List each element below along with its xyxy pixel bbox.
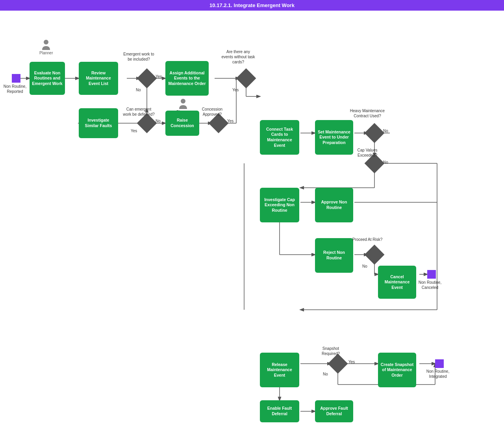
no5-label: No — [362, 264, 367, 268]
concession-approved-label: Concession Approved? — [198, 107, 226, 117]
release-event-box[interactable]: Release Maintenance Event — [260, 353, 299, 387]
raise-concession-box[interactable]: Raise Concession — [165, 111, 199, 136]
set-maintenance-box[interactable]: Set Maintenance Event to Under Preparati… — [315, 120, 353, 155]
start-terminal — [12, 74, 20, 83]
title-bar: 10.17.2.1. Integrate Emergent Work — [0, 0, 504, 11]
heavy-contract-label: Heavy Maintenance Contract Used? — [350, 108, 385, 118]
approve-nr-box[interactable]: Approve Non Routine — [315, 188, 353, 222]
no6-label: No — [323, 372, 328, 376]
diagram-svg — [0, 11, 504, 428]
yes3-label: Yes — [227, 119, 233, 123]
heavy-contract-diamond — [365, 123, 385, 143]
no1-label: No — [136, 88, 141, 92]
planner1-icon: Planner — [39, 39, 53, 55]
emergent-deferred-label: Can emergent work be deferred? — [122, 107, 156, 117]
evaluate-box[interactable]: Evaluate Non Routines and Emergent Work — [30, 62, 65, 95]
investigate-cap-box[interactable]: Investigate Cap Exceeding Non Routine — [260, 188, 299, 222]
emergent-include-diamond — [137, 68, 157, 89]
diagram-area: Non Routine, Reported Planner Evaluate N… — [0, 11, 504, 428]
planner1-label: Planner — [39, 51, 53, 55]
no3-label: No — [383, 129, 388, 133]
reject-nr-box[interactable]: Reject Non Routine — [315, 238, 353, 273]
page-wrapper: 10.17.2.1. Integrate Emergent Work — [0, 0, 504, 429]
no4-label: No — [383, 160, 388, 165]
cap-exceeded-label: Cap Values Exceeded? — [350, 148, 385, 158]
enable-fault-box[interactable]: Enable Fault Deferral — [260, 400, 299, 422]
end-integrated-terminal — [435, 359, 444, 368]
assign-box[interactable]: Assign Additional Events to the Maintena… — [165, 61, 209, 96]
no2-label: No — [156, 119, 161, 123]
svg-point-43 — [181, 99, 185, 104]
yes5-label: Yes — [348, 360, 355, 364]
proceed-risk-label: Proceed At Risk? — [350, 237, 385, 242]
approve-fault-box[interactable]: Approve Fault Deferral — [315, 400, 353, 422]
connect-task-box[interactable]: Connect Task Cards to Maintenance Event — [260, 120, 299, 155]
create-snapshot-box[interactable]: Create Snapshot of Maintenance Order — [378, 353, 416, 387]
diagram-title: 10.17.2.1. Integrate Emergent Work — [209, 2, 295, 8]
end-integrated-label: Non Routine, Integrated — [426, 369, 450, 379]
task-cards-diamond — [236, 68, 256, 89]
snapshot-required-label: Snapshot Required? — [315, 346, 346, 356]
svg-point-42 — [44, 40, 48, 44]
emergent-include-label: Emergent work to be included? — [122, 52, 156, 62]
yes4-label: Yes — [232, 88, 239, 92]
review-box[interactable]: Review Maintenance Event List — [79, 62, 118, 95]
cancel-event-box[interactable]: Cancel Maintenance Event — [378, 266, 416, 299]
yes2-label: Yes — [131, 129, 137, 133]
end-canceled-label: Non Routine, Canceled — [418, 280, 442, 290]
proceed-risk-diamond — [365, 245, 385, 265]
yes1-label: Yes — [156, 74, 162, 79]
start-label: Non Routine, Reported — [3, 84, 27, 94]
investigate-similar-box[interactable]: Investigate Similar Faults — [79, 108, 118, 138]
end-canceled-terminal — [427, 270, 436, 279]
task-cards-label: Are there any events without task cards? — [220, 49, 256, 65]
snapshot-required-diamond — [328, 354, 348, 374]
